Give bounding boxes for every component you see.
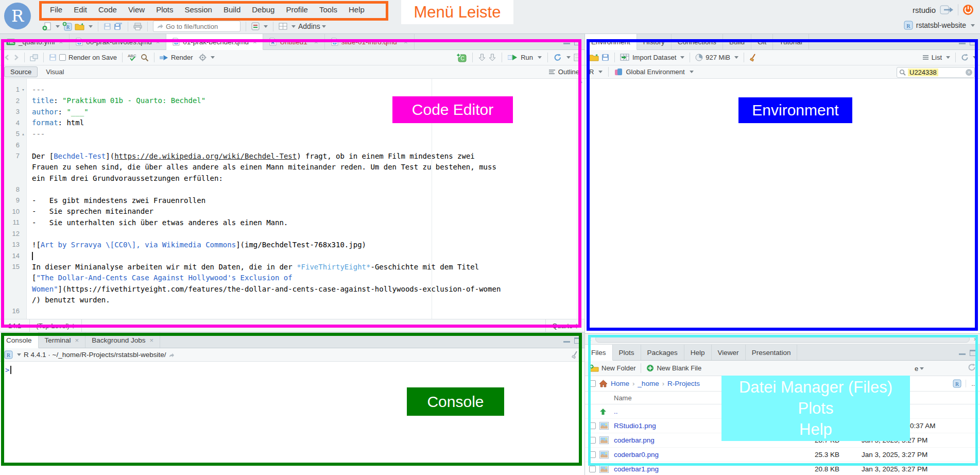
up-directory-link[interactable]: .. [611, 408, 783, 415]
clear-console-broom-icon[interactable] [571, 351, 579, 359]
close-tab-icon[interactable]: × [314, 38, 318, 46]
close-tab-icon[interactable]: × [75, 336, 79, 344]
column-modified-header-fragment[interactable]: ed [862, 394, 980, 402]
r-language-caret[interactable] [598, 71, 603, 73]
menu-item-view[interactable]: View [123, 2, 150, 18]
file-row-rstudio1-png[interactable]: RStudio1.png25, 10:37 AM [585, 419, 980, 433]
more-options-button[interactable]: ... [966, 380, 977, 387]
file-checkbox[interactable] [589, 422, 596, 429]
render-settings-caret[interactable] [211, 56, 215, 59]
breadcrumb-home[interactable]: _home [638, 380, 659, 387]
new-folder-label[interactable]: New Folder [601, 364, 635, 372]
list-view-label[interactable]: List [932, 54, 942, 61]
new-folder-icon[interactable] [589, 364, 599, 372]
run-caret[interactable] [538, 56, 542, 59]
global-environment-selector[interactable]: Global Environment [626, 68, 684, 76]
rerun-caret[interactable] [566, 56, 571, 59]
import-dataset-icon[interactable] [620, 54, 630, 61]
tab-tutorial[interactable]: Tutorial [773, 34, 809, 49]
menu-item-session[interactable]: Session [179, 2, 218, 18]
forward-icon[interactable] [13, 54, 19, 61]
environment-search-box[interactable]: U224338 × [897, 67, 975, 78]
render-button-label[interactable]: Render [171, 54, 193, 61]
open-file-icon[interactable] [75, 23, 84, 30]
run-icon[interactable] [508, 54, 518, 61]
scroll-right-icon[interactable]: › [971, 335, 979, 343]
editor-tab-slide-01-intro-qmd[interactable]: slide-01-intro.qmd*× [325, 34, 415, 49]
menu-item-code[interactable]: Code [93, 2, 123, 18]
menu-item-file[interactable]: File [44, 2, 68, 18]
close-tab-icon[interactable]: × [149, 336, 153, 344]
file-row-coderbar0-png[interactable]: coderbar0.png25.3 KBJan 3, 2025, 3:27 PM [585, 448, 980, 462]
version-control-icon[interactable] [251, 22, 260, 30]
tab-packages[interactable]: Packages [641, 345, 684, 360]
editor-tab-00-prak-unvotes-qmd[interactable]: 00-prak-unvotes.qmd× [70, 34, 166, 49]
tab-console[interactable]: Console [0, 332, 39, 348]
editor-tab-quarto-yml[interactable]: YML_quarto.yml× [0, 34, 70, 49]
tab-terminal[interactable]: Terminal× [39, 332, 86, 348]
import-dataset-caret[interactable] [680, 56, 684, 59]
editor-tab-01-prak-bechdel-qmd[interactable]: 01-prak-bechdel.qmd× [166, 34, 263, 50]
new-file-icon[interactable] [42, 22, 51, 31]
tab-history[interactable]: History [637, 34, 672, 49]
file-checkbox[interactable] [589, 451, 596, 458]
outline-toggle[interactable]: Outline [558, 68, 579, 76]
breadcrumb-home[interactable]: Home [611, 380, 629, 387]
tab-git[interactable]: Git [751, 34, 773, 49]
goto-file-input[interactable] [166, 23, 233, 30]
close-tab-icon[interactable]: × [59, 38, 63, 46]
rerun-icon[interactable] [554, 54, 562, 61]
save-all-icon[interactable] [114, 22, 123, 30]
minimize-pane-icon[interactable] [563, 338, 570, 343]
back-icon[interactable] [4, 54, 10, 61]
open-directory-icon[interactable] [168, 352, 175, 358]
refresh-environment-caret[interactable] [973, 56, 977, 59]
parent-directory-row[interactable]: .. [585, 404, 980, 419]
menu-item-profile[interactable]: Profile [280, 2, 314, 18]
close-tab-icon[interactable]: × [404, 38, 408, 46]
menu-item-tools[interactable]: Tools [314, 2, 343, 18]
tab-connections[interactable]: Connections [672, 34, 723, 49]
import-dataset-label[interactable]: Import Dataset [632, 54, 676, 61]
save-workspace-icon[interactable] [601, 54, 609, 61]
spellcheck-icon[interactable]: ABC [128, 53, 138, 62]
code-editor-area[interactable]: ▲ 1▾---2title: "Praktikum 01b - Quarto: … [0, 79, 584, 319]
home-icon[interactable] [599, 380, 608, 387]
scope-selector[interactable]: (Top Level) ▲▼ [29, 319, 81, 332]
save-document-icon[interactable] [49, 54, 57, 61]
file-name-link[interactable]: coderbar.png [611, 436, 783, 444]
run-previous-chunks-icon[interactable] [478, 54, 486, 61]
tab-files[interactable]: Files [585, 345, 613, 361]
workspace-panes-icon[interactable] [279, 23, 287, 30]
project-selector[interactable]: R rstatsbl-website [904, 21, 975, 30]
memory-usage-label[interactable]: 927 MiB [706, 54, 730, 61]
refresh-environment-icon[interactable] [961, 54, 969, 61]
version-control-caret[interactable] [264, 25, 268, 28]
tab-plots[interactable]: Plots [613, 345, 641, 360]
minimize-pane-icon[interactable] [959, 40, 966, 44]
tab-background-jobs[interactable]: Background Jobs× [85, 332, 160, 348]
search-document-icon[interactable] [141, 54, 149, 62]
environment-search-value[interactable]: U224338 [908, 69, 938, 76]
power-quit-icon[interactable] [962, 4, 974, 15]
goto-file-search[interactable] [153, 21, 240, 32]
file-name-link[interactable]: coderbar1.png [611, 465, 783, 473]
clear-environment-broom-icon[interactable] [749, 54, 758, 62]
column-name-header[interactable]: Name [611, 394, 783, 402]
file-checkbox[interactable] [589, 437, 596, 444]
addins-button[interactable]: Addins [298, 22, 326, 30]
maximize-pane-icon[interactable] [574, 39, 580, 45]
menu-item-edit[interactable]: Edit [68, 2, 93, 18]
close-tab-icon[interactable]: × [156, 38, 160, 46]
run-button-label[interactable]: Run [521, 54, 533, 61]
menu-item-help[interactable]: Help [343, 2, 370, 18]
maximize-pane-icon[interactable] [574, 337, 580, 344]
tab-environment[interactable]: Environment [585, 34, 637, 50]
popout-window-icon[interactable] [30, 54, 38, 61]
tab-help[interactable]: Help [684, 345, 712, 360]
menu-item-build[interactable]: Build [218, 2, 246, 18]
refresh-files-icon[interactable] [968, 363, 976, 371]
menu-item-debug[interactable]: Debug [246, 2, 280, 18]
tab-presentation[interactable]: Presentation [746, 345, 798, 360]
render-on-save-checkbox[interactable] [59, 54, 66, 61]
